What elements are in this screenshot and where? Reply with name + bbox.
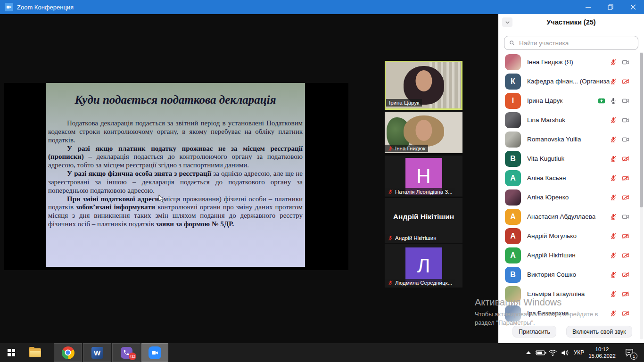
mic-muted-icon	[610, 155, 617, 163]
slide-paragraph: Податкова декларація подається за звітни…	[48, 119, 303, 145]
cam-off-icon	[621, 174, 630, 182]
mic-muted-icon	[610, 252, 617, 259]
restore-button[interactable]	[600, 0, 621, 14]
participant-avatar	[505, 54, 521, 70]
participant-row[interactable]: Ельміра Гатаулліна	[498, 284, 639, 304]
participant-search[interactable]	[504, 36, 638, 50]
participant-row[interactable]: ККафедра фінан... (Организатор)	[498, 72, 639, 91]
participant-name: Ельміра Гатаулліна	[527, 290, 585, 297]
video-tile[interactable]: ННаталія Леонідівна З...	[385, 156, 462, 197]
cam-off-icon	[621, 232, 630, 240]
cam-on-icon	[621, 213, 630, 221]
participant-row[interactable]: ААнастасия Абдуллаева	[498, 207, 639, 226]
tile-name-label: Андрій Нікітішин	[385, 234, 439, 242]
close-button[interactable]	[622, 0, 644, 14]
participant-list: Інна Гнидюк (Я)ККафедра фінан... (Органи…	[498, 52, 639, 323]
tray-expand-button[interactable]	[524, 343, 533, 362]
battery-icon[interactable]	[535, 343, 547, 362]
chrome-icon	[62, 346, 74, 359]
mic-muted-icon	[610, 213, 617, 221]
participant-name: Андрій Могулько	[527, 232, 577, 239]
zoom-logo-icon	[5, 3, 13, 11]
tile-center-name: Андрій Нікітішин	[385, 213, 462, 221]
participant-row[interactable]: ВВиктория Сошко	[498, 265, 639, 284]
zoom-app-button[interactable]	[141, 343, 168, 362]
mic-muted-icon	[610, 78, 617, 85]
participant-name: Анастасия Абдуллаева	[527, 213, 595, 220]
cam-off-icon	[621, 290, 630, 298]
mic-on-icon	[610, 97, 617, 105]
participant-name: Romanovska Yuliia	[527, 136, 581, 143]
title-bar: Zoom Конференция	[0, 0, 644, 14]
panel-header: Участники (25)	[498, 14, 644, 30]
participant-avatar	[505, 112, 521, 128]
date: 15.06.2022	[588, 353, 616, 359]
video-tile[interactable]: Андрій НікітішинАндрій Нікітішин	[385, 198, 462, 243]
tile-name-label: Ірина Царук	[386, 99, 422, 107]
participant-row[interactable]: Аліна Юренко	[498, 188, 639, 207]
participant-row[interactable]: ІІрина Царук	[498, 91, 639, 110]
slide-body: Податкова декларація подається за звітни…	[46, 119, 305, 229]
cam-off-icon	[621, 252, 630, 259]
chrome-button[interactable]	[54, 343, 82, 362]
tile-name-label: Наталія Леонідівна З...	[385, 188, 455, 196]
participant-avatar	[505, 132, 521, 148]
participant-row[interactable]: Romanovska Yuliia	[498, 130, 639, 149]
scrollbar-thumb[interactable]	[640, 53, 643, 207]
zoom-camera-icon	[149, 346, 161, 359]
participant-row[interactable]: Іра Безверхня	[498, 304, 639, 323]
mic-muted-icon	[610, 136, 617, 143]
participant-avatar	[505, 189, 521, 206]
meeting-stage: Куди подається податкова декларація Пода…	[0, 14, 498, 343]
participant-row[interactable]: Lina Marshuk	[498, 110, 639, 130]
mic-muted-icon	[610, 310, 617, 317]
volume-icon[interactable]	[559, 343, 570, 362]
zoom-app-window: Zoom Конференция Куди подається податков…	[0, 0, 644, 362]
participant-avatar	[505, 286, 521, 302]
word-button[interactable]: W	[83, 343, 111, 362]
viber-badge: 432	[129, 353, 136, 360]
folder-icon	[29, 348, 41, 357]
wifi-icon[interactable]	[547, 343, 558, 362]
unmute-button[interactable]: Включить свой звук	[566, 326, 632, 337]
participant-name: Lina Marshuk	[527, 116, 565, 123]
participant-name: Андрій Нікітішин	[527, 252, 576, 259]
cam-off-icon	[621, 155, 630, 163]
participant-row[interactable]: ААндрій Нікітішин	[498, 246, 639, 265]
tile-name-label: Інна Гнидюк	[385, 145, 428, 152]
start-button[interactable]	[0, 343, 23, 362]
video-tile[interactable]: Ірина Царук	[385, 61, 462, 110]
word-icon: W	[91, 347, 103, 359]
file-explorer-button[interactable]	[23, 343, 47, 362]
participant-name: Кафедра фінан... (Организатор)	[527, 78, 610, 85]
participant-row[interactable]: Інна Гнидюк (Я)	[498, 52, 639, 72]
cam-on-icon	[621, 97, 630, 105]
cam-off-icon	[621, 271, 630, 279]
mic-muted-icon	[388, 280, 393, 286]
mic-muted-icon	[610, 290, 617, 298]
windows-logo-icon	[8, 349, 15, 356]
participant-name: Аліна Касьян	[527, 174, 566, 181]
invite-button[interactable]: Пригласить	[512, 326, 556, 337]
slide-paragraph: При зміні податкової адреси (місця прожи…	[48, 195, 303, 229]
participant-avatar: А	[505, 228, 521, 244]
clock[interactable]: 10:12 15.06.2022	[586, 343, 618, 362]
viber-button[interactable]: 432	[112, 343, 140, 362]
participant-avatar: А	[505, 209, 521, 225]
video-tile[interactable]: ЛЛюдмила Середницк...	[385, 244, 462, 288]
mic-muted-icon	[610, 116, 617, 124]
mic-muted-icon	[388, 146, 393, 151]
participant-row[interactable]: ААліна Касьян	[498, 168, 639, 188]
mic-muted-icon	[388, 235, 393, 241]
search-icon	[509, 40, 515, 46]
participant-name: Інна Гнидюк (Я)	[527, 58, 573, 66]
search-input[interactable]	[518, 39, 634, 47]
participant-name: Vita Kugutiuk	[527, 155, 564, 162]
notification-center-button[interactable]: 1	[619, 343, 640, 362]
video-tile[interactable]: Інна Гнидюк	[385, 112, 462, 153]
participant-row[interactable]: ААндрій Могулько	[498, 226, 639, 246]
minimize-button[interactable]	[578, 0, 599, 14]
participant-avatar: В	[505, 267, 521, 283]
language-indicator[interactable]: УКР	[570, 343, 587, 362]
participant-row[interactable]: BVita Kugutiuk	[498, 149, 639, 168]
